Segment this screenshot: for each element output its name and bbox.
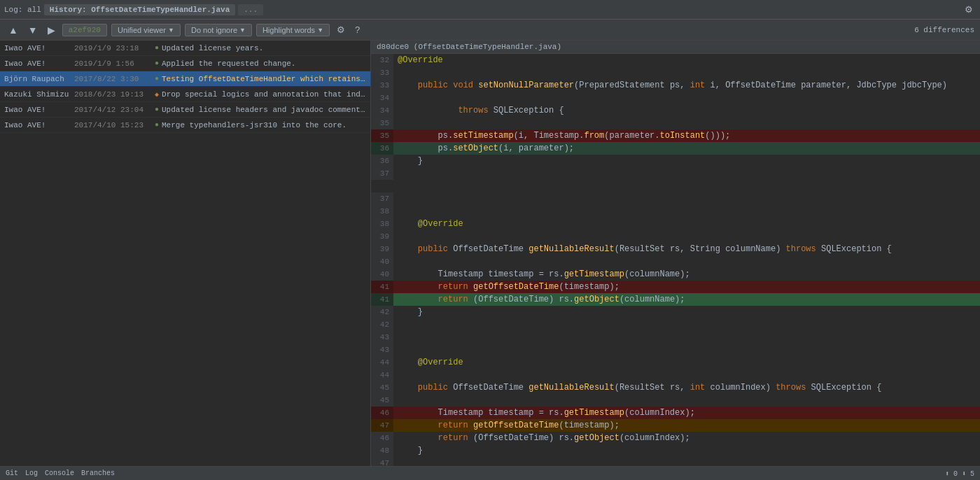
status-branches[interactable]: Branches [81, 470, 115, 477]
status-git[interactable]: Git [6, 470, 18, 477]
diff-file-label: d80dce0 (OffsetDateTimeTypeHandler.java) [377, 43, 561, 51]
history-tab[interactable]: History: OffsetDateTimeTypeHandler.java [44, 4, 235, 15]
status-log[interactable]: Log [25, 470, 38, 477]
code-line: 33 34 public void setNonNullParameter(Pr… [371, 79, 980, 104]
nav-up-button[interactable]: ▲ [6, 23, 21, 37]
settings-main-icon[interactable]: ⚙ [962, 3, 976, 16]
toolbar: ▲ ▼ ▶ a2ef920 Unified viewer ▼ Do not ig… [0, 20, 980, 41]
unified-viewer-button[interactable]: Unified viewer ▼ [111, 24, 181, 36]
commit-date: 2019/1/9 1:56 [74, 59, 155, 68]
code-line-added: 41 return (OffsetDateTime) rs.getObject(… [371, 293, 980, 306]
commit-date: 2019/1/9 23:18 [74, 44, 155, 52]
commit-msg: Updated license years. [162, 44, 263, 52]
do-not-ignore-button[interactable]: Do not ignore ▼ [185, 24, 252, 36]
code-line: 48 47 } [371, 444, 980, 466]
nav-right-button[interactable]: ▶ [45, 23, 58, 37]
status-console[interactable]: Console [45, 470, 74, 477]
code-line: 37 38 [371, 192, 980, 218]
unified-viewer-chevron: ▼ [168, 27, 174, 34]
code-line-deleted: 46 Timestamp timestamp = rs.getTimestamp… [371, 407, 980, 419]
code-line-added: 36 ps.setObject(i, parameter); [371, 142, 980, 155]
code-line-deleted: 41 return getOffsetDateTime(timestamp); [371, 281, 980, 293]
code-line: 46 return (OffsetDateTime) rs.getObject(… [371, 432, 980, 444]
left-panel: Iwao AVE! 2019/1/9 23:18 ● Updated licen… [0, 41, 371, 466]
commit-author: Björn Raupach [4, 75, 74, 83]
code-line: 42 42 } [371, 306, 980, 331]
nav-down-button[interactable]: ▼ [25, 23, 41, 37]
commit-dot: ● [155, 44, 159, 52]
commit-msg: Testing OffsetDateTimeHandler which reta… [162, 75, 366, 83]
commit-date: 2018/6/23 19:13 [74, 90, 155, 99]
commit-author: Iwao AVE! [4, 106, 74, 114]
commit-msg: Drop special logics and annotation that … [162, 90, 366, 99]
code-line: 40 Timestamp timestamp = rs.getTimestamp… [371, 268, 980, 281]
log-label: Log: all [4, 6, 41, 14]
code-line-deleted: 35 ps.setTimestamp(i, Timestamp.from(par… [371, 129, 980, 142]
status-bar: Git Log Console Branches ⬆ 0 ⬇ 5 [0, 466, 980, 480]
code-line [371, 180, 980, 192]
diff-count: 6 differences [914, 26, 974, 34]
commit-list: Iwao AVE! 2019/1/9 23:18 ● Updated licen… [0, 41, 370, 466]
commit-msg: Applied the requested change. [162, 59, 295, 68]
commit-row[interactable]: Iwao AVE! 2019/1/9 23:18 ● Updated licen… [0, 41, 370, 56]
code-line: 39 40 public OffsetDateTime getNullableR… [371, 243, 980, 268]
commit-dot: ◆ [155, 90, 159, 99]
code-line: 44 44 @Override [371, 356, 980, 381]
do-not-ignore-chevron: ▼ [239, 27, 246, 34]
commit-row[interactable]: Iwao AVE! 2017/4/10 15:23 ● Merge typeha… [0, 118, 370, 133]
second-tab[interactable]: ... [238, 4, 263, 15]
code-line: 36 37 } [371, 155, 980, 180]
code-diff-area: 32 33 @Override 33 34 public void setNon… [371, 54, 980, 466]
highlight-words-button[interactable]: Highlight words ▼ [256, 24, 330, 36]
commit-dot: ● [155, 121, 159, 129]
commit-hash-badge: a2ef920 [62, 24, 107, 36]
code-line: 45 45 public OffsetDateTime getNullableR… [371, 381, 980, 407]
code-line: 43 43 [371, 331, 980, 356]
commit-dot: ● [155, 59, 159, 67]
commit-dot: ● [155, 75, 159, 83]
commit-author: Kazuki Shimizu [4, 90, 74, 99]
commit-date: 2017/8/22 3:30 [74, 75, 155, 83]
commit-msg: Merge typehandlers-jsr310 into the core. [162, 121, 346, 129]
commit-row[interactable]: Iwao AVE! 2017/4/12 23:04 ● Updated lice… [0, 102, 370, 118]
commit-author: Iwao AVE! [4, 44, 74, 52]
code-line: 34 35 throws SQLException { [371, 104, 980, 129]
help-icon[interactable]: ? [352, 23, 363, 36]
diff-file-header: d80dce0 (OffsetDateTimeTypeHandler.java) [371, 41, 980, 54]
code-line-changed: 47 return getOffsetDateTime(timestamp); [371, 419, 980, 432]
code-line: 38 39 @Override [371, 218, 980, 243]
highlight-words-chevron: ▼ [317, 27, 323, 34]
right-panel: d80dce0 (OffsetDateTimeTypeHandler.java)… [371, 41, 980, 466]
commit-author: Iwao AVE! [4, 59, 74, 68]
commit-author: Iwao AVE! [4, 121, 74, 129]
status-push-pull: ⬆ 0 ⬇ 5 [945, 470, 974, 478]
diff-content[interactable]: 32 33 @Override 33 34 public void setNon… [371, 54, 980, 466]
commit-row[interactable]: Kazuki Shimizu 2018/6/23 19:13 ◆ Drop sp… [0, 87, 370, 102]
top-bar: Log: all History: OffsetDateTimeTypeHand… [0, 0, 980, 20]
commit-date: 2017/4/12 23:04 [74, 106, 155, 114]
commit-row[interactable]: Iwao AVE! 2019/1/9 1:56 ● Applied the re… [0, 56, 370, 71]
commit-date: 2017/4/10 15:23 [74, 121, 155, 129]
code-line: 32 33 @Override [371, 54, 980, 79]
commit-row-selected[interactable]: Björn Raupach 2017/8/22 3:30 ● Testing O… [0, 71, 370, 87]
main-layout: Iwao AVE! 2019/1/9 23:18 ● Updated licen… [0, 41, 980, 466]
settings-toolbar-icon[interactable]: ⚙ [334, 23, 348, 36]
commit-dot: ● [155, 106, 159, 113]
commit-msg: Updated license headers and javadoc comm… [162, 106, 366, 114]
